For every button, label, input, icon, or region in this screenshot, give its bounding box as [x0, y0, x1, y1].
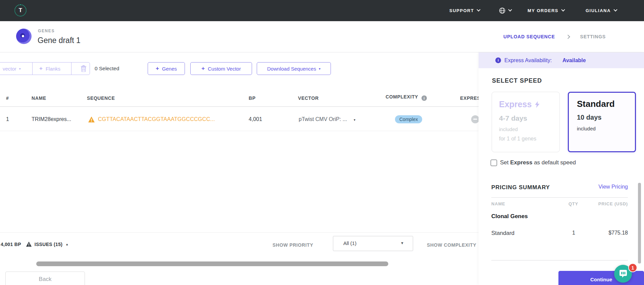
table-footer-bar: 4,001 BP ISSUES (15) ▲ SHOW PRIORITY All…	[0, 232, 479, 258]
horizontal-scrollbar[interactable]	[36, 261, 388, 266]
standard-included: included	[577, 126, 596, 131]
selected-count: 0 Selected	[95, 66, 119, 72]
download-sequences-button[interactable]: Download Sequences ▾	[257, 62, 331, 75]
vector-dropdown-button[interactable]: vector ▾	[3, 63, 21, 75]
twist-logo[interactable]: T	[14, 4, 27, 16]
divider	[32, 63, 33, 75]
warning-icon	[88, 116, 95, 123]
step-settings[interactable]: SETTINGS	[580, 34, 606, 39]
divider	[491, 197, 628, 198]
row-vector-select[interactable]: pTwist CMV OriP: ...▾	[299, 116, 355, 122]
chevron-down-icon	[613, 7, 617, 11]
vertical-scrollbar[interactable]	[638, 183, 641, 263]
caret-down-icon: ▾	[319, 67, 320, 71]
gene-draft-icon	[16, 29, 32, 44]
express-genes: for 1 of 1 genes	[499, 136, 536, 142]
pricing-group: Clonal Genes	[491, 213, 528, 220]
express-availability-banner: i Express Availability: Available	[479, 52, 644, 68]
pricing-summary-title: PRICING SUMMARY	[491, 184, 550, 191]
caret-down-icon: ▾	[19, 67, 21, 71]
flanks-label: Flanks	[46, 66, 60, 72]
pricing-col-qty: QTY	[568, 201, 578, 206]
row-num: 1	[6, 116, 9, 122]
label-post: as default speed	[532, 159, 576, 166]
wizard-steps: UPLOAD SEQUENCE SETTINGS	[503, 34, 606, 39]
nav-user-menu[interactable]: GIULIANA	[586, 0, 617, 21]
checkbox-label: Set Express as default speed	[500, 159, 576, 166]
app: T SUPPORT MY ORDERS GIULIANA GENES Gene …	[0, 0, 644, 285]
add-flanks-button[interactable]: + Flanks	[39, 63, 60, 75]
pricing-row-price: $775.18	[608, 230, 628, 236]
view-pricing-link[interactable]: View Pricing	[598, 184, 628, 190]
caret-down-icon: ▼	[400, 241, 404, 245]
plus-icon: +	[156, 65, 159, 72]
pricing-col-price: PRICE (USD)	[598, 201, 628, 206]
filter-value: All (1)	[343, 240, 356, 246]
topbar: T SUPPORT MY ORDERS GIULIANA	[0, 0, 644, 21]
trash-icon	[81, 65, 87, 72]
nav-language[interactable]	[499, 0, 511, 21]
nav-user-label: GIULIANA	[586, 8, 611, 13]
select-speed-title: SELECT SPEED	[492, 77, 542, 84]
info-icon[interactable]: i	[422, 95, 427, 101]
col-bp: BP	[249, 95, 256, 101]
chevron-down-icon	[508, 7, 512, 11]
total-bp: 4,001 BP	[1, 242, 21, 247]
genes-button-label: Genes	[162, 66, 177, 72]
delete-button[interactable]	[77, 63, 90, 75]
row-sequence[interactable]: CGTTACATAACTTACGGTAAATGGCCCGCC...	[98, 116, 215, 122]
standard-days: 10 days	[577, 114, 601, 121]
nav-support[interactable]: SUPPORT	[449, 0, 480, 21]
selection-toolbar-group: vector ▾ + Flanks	[0, 62, 90, 75]
issues-count: ISSUES (15)	[35, 242, 62, 247]
plus-icon: +	[201, 65, 205, 72]
express-label: Express	[499, 99, 532, 109]
chat-notification-badge[interactable]: 1	[628, 263, 637, 272]
page-title: Gene draft 1	[38, 36, 81, 45]
nav-orders-label: MY ORDERS	[528, 8, 558, 13]
issues-summary[interactable]: 4,001 BP ISSUES (15) ▲	[1, 241, 68, 247]
caret-down-icon: ▾	[354, 118, 355, 122]
lightning-icon	[535, 101, 540, 108]
pricing-row-name: Standard	[491, 230, 514, 237]
divider	[491, 260, 628, 260]
default-speed-checkbox-row[interactable]: Set Express as default speed	[491, 159, 576, 166]
label-pre: Set	[500, 159, 510, 166]
add-custom-vector-button[interactable]: + Custom Vector	[190, 62, 252, 75]
complexity-label: COMPLEXITY	[386, 94, 418, 99]
add-genes-button[interactable]: + Genes	[148, 62, 185, 75]
row-name[interactable]: TRIM28expres...	[32, 116, 71, 122]
complexity-badge: Complex	[395, 115, 422, 123]
standard-title: Standard	[577, 99, 615, 109]
nav-my-orders[interactable]: MY ORDERS	[528, 0, 564, 21]
globe-icon	[499, 7, 505, 14]
nav-support-label: SUPPORT	[449, 8, 474, 13]
vector-value: pTwist CMV OriP: ...	[299, 116, 347, 122]
issues-warning-icon	[26, 241, 32, 247]
chevron-right-icon	[566, 35, 570, 39]
speed-card-express[interactable]: Express 4-7 days included for 1 of 1 gen…	[492, 92, 560, 152]
custom-vector-label: Custom Vector	[208, 66, 241, 72]
priority-filter-dropdown[interactable]: All (1) ▼	[333, 236, 413, 251]
logo-letter: T	[19, 7, 22, 14]
minus-circle-icon	[471, 115, 479, 123]
checkbox[interactable]	[491, 160, 497, 166]
plus-icon: +	[39, 65, 43, 72]
availability-value: Available	[562, 57, 586, 64]
col-name: NAME	[32, 95, 46, 101]
express-days: 4-7 days	[499, 114, 527, 122]
col-complexity: COMPLEXITYi	[386, 94, 427, 101]
info-icon: i	[495, 57, 501, 63]
show-complexity-label: SHOW COMPLEXITY	[427, 242, 476, 248]
express-included: included	[499, 126, 518, 132]
availability-label: Express Availability:	[504, 57, 552, 64]
vector-label: vector	[3, 66, 16, 72]
order-panel: i Express Availability: Available SELECT…	[479, 52, 644, 285]
pricing-row-qty: 1	[572, 230, 575, 236]
step-upload-sequence[interactable]: UPLOAD SEQUENCE	[503, 34, 555, 39]
col-num: #	[6, 95, 9, 101]
download-label: Download Sequences	[267, 66, 316, 72]
speed-card-standard[interactable]: Standard 10 days included	[568, 92, 636, 152]
back-button[interactable]: Back	[5, 272, 85, 285]
show-priority-label: SHOW PRIORITY	[273, 242, 313, 248]
